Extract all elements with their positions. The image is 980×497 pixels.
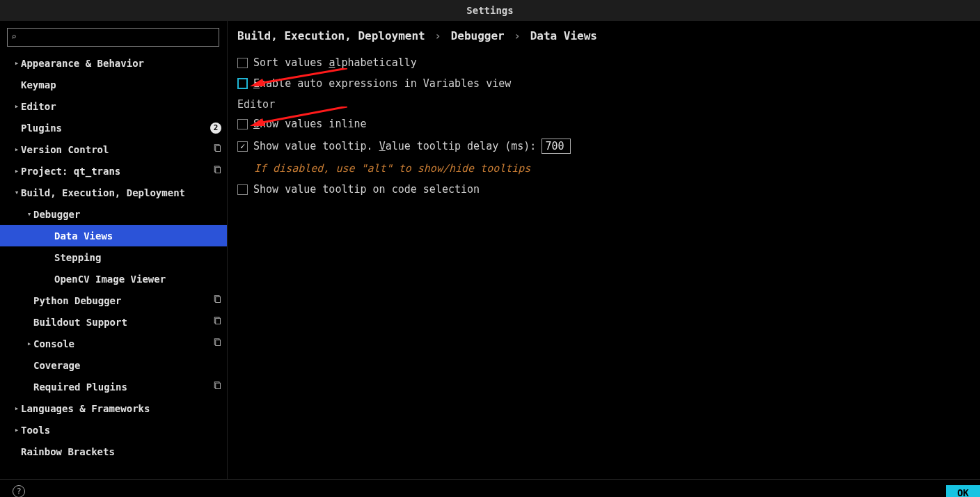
sidebar-item[interactable]: Coverage — [0, 354, 227, 376]
svg-rect-11 — [216, 383, 221, 388]
chevron-right-icon: ▸ — [13, 425, 21, 434]
sidebar-item-label: Debugger — [33, 209, 221, 220]
sidebar-item-label: Stepping — [54, 252, 221, 263]
breadcrumb-sep: › — [434, 29, 441, 42]
checkbox-tooltip-sel[interactable] — [237, 184, 248, 195]
svg-rect-1 — [216, 145, 221, 151]
sidebar-item[interactable]: ▸Version Control — [0, 139, 227, 160]
svg-rect-3 — [216, 167, 221, 173]
sidebar-item-label: Required Plugins — [33, 381, 213, 393]
sidebar-item[interactable]: OpenCV Image Viewer — [0, 268, 227, 290]
opt-tooltip-sel[interactable]: Show value tooltip on code selection — [237, 183, 970, 196]
sidebar-item[interactable]: ▸Console — [0, 333, 227, 354]
sidebar-item-label: Editor — [21, 101, 221, 112]
project-scope-icon — [213, 295, 221, 306]
sidebar-item-label: Build, Execution, Deployment — [21, 187, 221, 198]
checkbox-sort-alpha[interactable] — [237, 58, 248, 68]
breadcrumb-b: Debugger — [451, 29, 505, 42]
ok-button[interactable]: OK — [946, 485, 980, 498]
breadcrumb-c: Data Views — [530, 29, 597, 42]
sidebar-item[interactable]: ▾Debugger — [0, 203, 227, 225]
update-count-badge: 2 — [210, 123, 221, 134]
chevron-right-icon: ▸ — [25, 339, 33, 348]
checkbox-auto-expr[interactable] — [237, 78, 248, 89]
checkbox-inline[interactable] — [237, 119, 248, 129]
titlebar: Settings — [0, 0, 980, 21]
sidebar-item-label: Rainbow Brackets — [21, 446, 221, 457]
chevron-right-icon: ▸ — [13, 102, 21, 111]
sidebar-item[interactable]: Required Plugins — [0, 376, 227, 397]
opt-label: Enable auto expressions in Variables vie… — [253, 77, 511, 90]
chevron-right-icon: ▸ — [13, 166, 21, 175]
sidebar-item[interactable]: ▸Project: qt_trans — [0, 160, 227, 182]
chevron-right-icon: ▸ — [13, 58, 21, 68]
project-scope-icon — [213, 381, 221, 392]
opt-label: Show value tooltip on code selection — [253, 183, 480, 196]
sidebar-item-label: Version Control — [21, 144, 213, 155]
sidebar-item-label: Project: qt_trans — [21, 166, 213, 177]
sidebar-item-label: Python Debugger — [33, 295, 213, 306]
sidebar-item-label: Keymap — [21, 79, 221, 90]
svg-rect-7 — [216, 318, 221, 324]
sidebar-item-label: Tools — [21, 425, 221, 436]
sidebar-item[interactable]: Plugins2 — [0, 117, 227, 139]
sidebar-item[interactable]: Keymap — [0, 74, 227, 95]
breadcrumb: Build, Execution, Deployment › Debugger … — [237, 29, 970, 42]
main: ⌕ ▸Appearance & BehaviorKeymap▸EditorPlu… — [0, 21, 980, 479]
chevron-down-icon: ▾ — [13, 188, 21, 197]
sidebar-item-label: Plugins — [21, 123, 210, 134]
settings-tree: ▸Appearance & BehaviorKeymap▸EditorPlugi… — [0, 52, 227, 462]
settings-sidebar: ⌕ ▸Appearance & BehaviorKeymap▸EditorPlu… — [0, 21, 228, 479]
svg-rect-5 — [216, 297, 221, 302]
project-scope-icon — [213, 338, 221, 349]
sidebar-item-label: Appearance & Behavior — [21, 58, 221, 69]
search-input[interactable] — [7, 28, 219, 47]
opt-label: Sort values alphabetically — [253, 56, 417, 69]
chevron-right-icon: ▸ — [13, 145, 21, 154]
sidebar-item-label: Coverage — [33, 360, 221, 371]
tooltip-delay-input[interactable] — [542, 139, 571, 154]
opt-label: Show values inline — [253, 118, 367, 130]
svg-rect-9 — [216, 340, 221, 345]
sidebar-item[interactable]: Rainbow Brackets — [0, 441, 227, 462]
breadcrumb-a: Build, Execution, Deployment — [237, 29, 425, 42]
opt-tooltip[interactable]: Show value tooltip. Value tooltip delay … — [237, 139, 970, 154]
tooltip-hint: If disabled, use "alt" to show/hide tool… — [254, 162, 970, 175]
opt-sort-alpha[interactable]: Sort values alphabetically — [237, 56, 970, 69]
sidebar-item-label: OpenCV Image Viewer — [54, 274, 221, 285]
sidebar-item-label: Data Views — [54, 230, 221, 242]
opt-inline[interactable]: Show values inline — [237, 118, 970, 130]
sidebar-item[interactable]: ▸Languages & Frameworks — [0, 397, 227, 419]
settings-content: Build, Execution, Deployment › Debugger … — [228, 21, 980, 479]
sidebar-item-label: Buildout Support — [33, 317, 213, 328]
sidebar-item[interactable]: ▾Build, Execution, Deployment — [0, 182, 227, 203]
window-title: Settings — [466, 5, 513, 16]
sidebar-item[interactable]: Python Debugger — [0, 290, 227, 311]
sidebar-item[interactable]: Buildout Support — [0, 311, 227, 333]
project-scope-icon — [213, 166, 221, 176]
sidebar-item[interactable]: Stepping — [0, 246, 227, 268]
sidebar-item[interactable]: ▸Editor — [0, 95, 227, 117]
chevron-down-icon: ▾ — [25, 210, 33, 219]
sidebar-item[interactable]: Data Views — [0, 225, 227, 246]
sidebar-item[interactable]: ▸Appearance & Behavior — [0, 52, 227, 74]
project-scope-icon — [213, 144, 221, 155]
sidebar-item[interactable]: ▸Tools — [0, 419, 227, 441]
opt-label: Show value tooltip. Value tooltip delay … — [253, 140, 536, 152]
footer: ? OK — [0, 479, 980, 497]
chevron-right-icon: ▸ — [13, 404, 21, 413]
section-editor: Editor — [237, 98, 970, 111]
opt-auto-expr[interactable]: Enable auto expressions in Variables vie… — [237, 77, 970, 90]
project-scope-icon — [213, 317, 221, 327]
sidebar-item-label: Console — [33, 338, 213, 349]
sidebar-item-label: Languages & Frameworks — [21, 403, 221, 414]
breadcrumb-sep: › — [514, 29, 521, 42]
help-button[interactable]: ? — [13, 485, 25, 498]
checkbox-tooltip[interactable] — [237, 141, 248, 152]
